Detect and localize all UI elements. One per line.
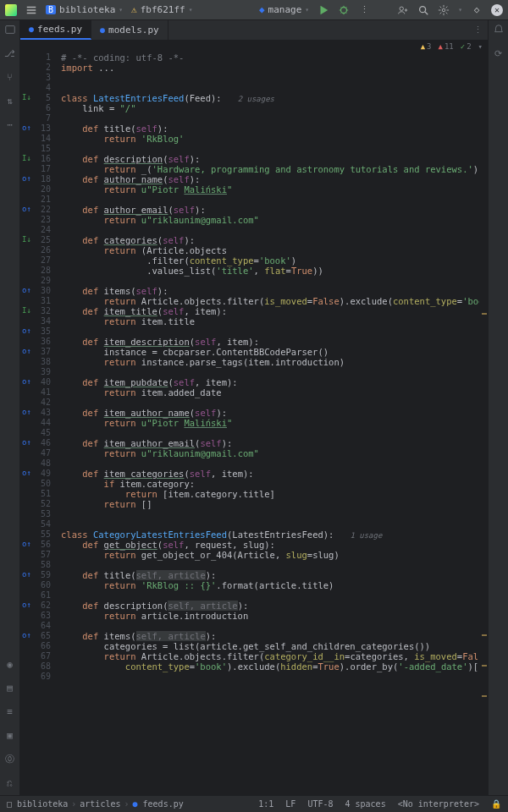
commit-tool-icon[interactable]: ⎇ [4, 47, 16, 59]
svg-point-0 [341, 7, 347, 13]
error-stripe[interactable] [479, 52, 488, 795]
search-everywhere-icon[interactable] [417, 4, 429, 16]
tab-feeds[interactable]: ● feeds.py [20, 20, 91, 40]
vcs-tool-icon[interactable]: ⎌ [4, 776, 16, 788]
settings-gear-icon[interactable] [438, 4, 450, 16]
python-file-icon: ● [29, 25, 34, 34]
caret-position[interactable]: 1:1 [258, 799, 273, 809]
file-encoding[interactable]: UTF-8 [307, 799, 333, 809]
python-file-icon: ● [100, 25, 105, 35]
close-button[interactable]: ✕ [491, 4, 503, 16]
ai-assistant-icon[interactable]: ⟳ [493, 47, 505, 59]
run-button[interactable] [318, 4, 329, 16]
gutter[interactable]: I↓o↑I↓o↑o↑I↓o↑I↓o↑o↑o↑o↑o↑o↑o↑o↑o↑o↑ 123… [20, 52, 58, 795]
typo-icon: ✓ [461, 42, 465, 51]
svg-point-1 [400, 7, 403, 10]
chevron-down-icon[interactable]: ▾ [458, 6, 462, 14]
editor-tabs: ● feeds.py ● models.py ⋮ [20, 20, 488, 41]
main-menu-icon[interactable] [25, 4, 37, 16]
readonly-lock-icon[interactable]: 🔒 [491, 799, 501, 809]
project-selector[interactable]: B biblioteka ▾ [46, 4, 123, 15]
terminal-icon[interactable]: ▣ [4, 729, 16, 741]
svg-point-3 [442, 8, 445, 12]
chevron-down-icon: ▾ [119, 6, 123, 14]
warning-triangle-icon: ⚠ [131, 4, 137, 15]
warning-icon: ▲ [421, 42, 425, 51]
debug-button[interactable] [338, 4, 350, 16]
notifications-icon[interactable] [493, 24, 505, 36]
interpreter-widget[interactable]: <No interpreter> [398, 799, 479, 809]
python-file-icon: ● [133, 799, 143, 809]
run-config-selector[interactable]: ◆ manage ▾ [259, 4, 309, 15]
left-tool-strip: ⎇ ⑂ ⇅ ⋯ ◉ ▤ ≡ ▣ ⓪ ⎌ [0, 20, 20, 795]
tab-more-icon[interactable]: ⋮ [473, 25, 483, 36]
django-icon: ◆ [259, 4, 265, 15]
titlebar: B biblioteka ▾ ⚠ fbf621ff ▾ ◆ manage ▾ ⋮… [0, 0, 508, 20]
code-area[interactable]: # -*- coding: utf-8 -*-import ...class L… [58, 52, 479, 795]
services-icon[interactable]: ▤ [4, 682, 16, 694]
more-tool-icon[interactable]: ⋯ [4, 118, 16, 130]
chevron-right-icon: › [124, 799, 129, 809]
project-badge: B [46, 5, 56, 14]
chevron-down-icon: ▾ [305, 6, 309, 14]
chevron-down-icon: ▾ [189, 6, 193, 14]
inspections-widget[interactable]: ▲3 ▲11 ✓2 ▾ [20, 41, 488, 52]
breadcrumb-root[interactable]: □ biblioteka [7, 799, 68, 809]
ide-logo [5, 4, 17, 16]
diamond-icon[interactable]: ◇ [471, 4, 483, 16]
chevron-down-icon: ▾ [478, 42, 483, 51]
database-tool-icon[interactable]: ≡ [4, 705, 16, 717]
pull-requests-icon[interactable]: ⇅ [4, 95, 16, 107]
weak-warning-icon: ▲ [438, 42, 442, 51]
indent-widget[interactable]: 4 spaces [345, 799, 386, 809]
line-separator[interactable]: LF [285, 799, 295, 809]
status-bar: □ biblioteka › articles › ● feeds.py 1:1… [0, 795, 508, 812]
right-tool-strip: ⟳ [488, 20, 508, 795]
chevron-right-icon: › [71, 799, 76, 809]
python-console-icon[interactable]: ◉ [4, 658, 16, 670]
code-with-me-icon[interactable] [397, 4, 409, 16]
breadcrumb-folder[interactable]: articles [80, 799, 120, 809]
more-actions-icon[interactable]: ⋮ [358, 4, 370, 16]
problems-icon[interactable]: ⓪ [4, 753, 16, 765]
vcs-branch-widget[interactable]: ⚠ fbf621ff ▾ [131, 4, 192, 15]
tab-models[interactable]: ● models.py [91, 20, 168, 40]
svg-point-2 [420, 6, 426, 12]
breadcrumb-file[interactable]: ● feeds.py [133, 799, 184, 809]
structure-tool-icon[interactable]: ⑂ [4, 71, 16, 83]
svg-rect-4 [5, 26, 14, 34]
project-tool-icon[interactable] [4, 24, 16, 36]
editor[interactable]: I↓o↑I↓o↑o↑I↓o↑I↓o↑o↑o↑o↑o↑o↑o↑o↑o↑o↑ 123… [20, 52, 488, 795]
